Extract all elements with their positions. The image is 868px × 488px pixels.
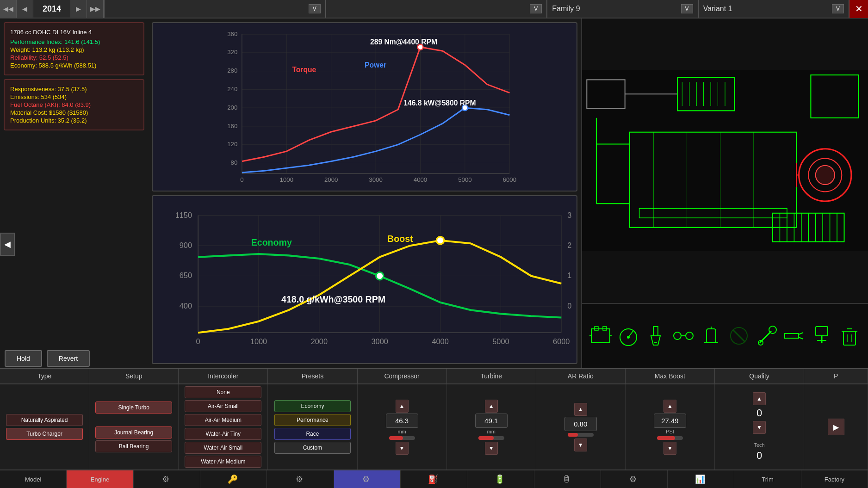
icon-piston[interactable] [808, 317, 836, 354]
intercooler-none[interactable]: None [185, 386, 261, 398]
icon-exhaust[interactable] [781, 317, 808, 354]
svg-text:1150: 1150 [175, 210, 192, 219]
icon-wrench[interactable] [753, 317, 781, 354]
ar-ratio-down-btn[interactable]: ▼ [574, 439, 587, 451]
compressor-slider[interactable] [389, 436, 415, 440]
icon-gauge[interactable] [614, 317, 642, 354]
svg-text:Economy: Economy [251, 237, 292, 247]
intercooler-col: None Air-Air Small Air-Air Medium Water-… [179, 384, 268, 469]
hold-btn[interactable]: Hold [5, 350, 42, 367]
variant-dropdown[interactable]: Variant 1 V [699, 0, 849, 18]
charts-area: 360 320 280 240 200 160 120 80 0 1000 20… [148, 19, 581, 368]
presets-header: Presets [268, 369, 357, 383]
nav-trim[interactable]: Trim [734, 470, 801, 488]
engine-specs-box: 1786 cc DOHC DI 16V Inline 4 Performance… [4, 22, 144, 75]
page-right-btn[interactable]: ▶ [828, 419, 844, 435]
svg-text:320: 320 [227, 49, 237, 56]
weight: Weight: 113.2 kg (113.2 kg) [10, 46, 138, 53]
svg-line-130 [799, 337, 803, 339]
dropdown1[interactable]: V [105, 0, 326, 18]
next-btn[interactable]: ▶ [70, 0, 87, 18]
nav-icon4[interactable]: ⚙ [334, 470, 401, 488]
nav-icon2[interactable]: 🔑 [200, 470, 267, 488]
type-turbo-charger[interactable]: Turbo Charger [6, 428, 83, 440]
svg-text:3000: 3000 [372, 337, 388, 345]
intercooler-water-air-medium[interactable]: Water-Air Medium [185, 456, 261, 468]
next-next-btn[interactable]: ▶▶ [87, 0, 104, 18]
year-nav-group: ◀◀ ◀ 2014 ▶ ▶▶ [0, 0, 105, 18]
nav-icon3[interactable]: ⚙ [267, 470, 334, 488]
max-boost-up-btn[interactable]: ▲ [663, 400, 676, 413]
nav-icon9[interactable]: 📊 [668, 470, 734, 488]
setup-journal-bearing[interactable]: Journal Bearing [95, 426, 172, 439]
max-boost-unit: PSI [666, 429, 674, 434]
svg-text:1000: 1000 [250, 337, 267, 345]
turbine-up-btn[interactable]: ▲ [485, 400, 498, 413]
nav-icon-oil: 🛢 [562, 475, 570, 484]
nav-icon7[interactable]: 🛢 [534, 470, 601, 488]
prev-prev-btn[interactable]: ◀◀ [0, 0, 17, 18]
family-v[interactable]: V [681, 4, 693, 13]
ar-ratio-slider[interactable] [568, 433, 594, 437]
nav-factory[interactable]: Factory [801, 470, 868, 488]
icon-engine-block[interactable] [587, 317, 614, 354]
max-boost-header: Max Boost [626, 369, 715, 383]
nav-icon5[interactable]: ⛽ [401, 470, 467, 488]
dropdown2-v[interactable]: V [530, 4, 542, 13]
intercooler-water-air-tiny[interactable]: Water-Air Tiny [185, 428, 261, 440]
nav-model-label: Model [25, 476, 41, 483]
nav-icon-pistons: ⚙ [162, 474, 169, 484]
compressor-down-btn[interactable]: ▼ [396, 442, 409, 455]
page-nav-col: ▶ [804, 384, 868, 469]
icon-trash[interactable] [836, 317, 863, 354]
preset-race[interactable]: Race [274, 428, 351, 440]
close-btn[interactable]: ✕ [849, 0, 868, 18]
family-dropdown[interactable]: Family 9 V [547, 0, 698, 18]
material-cost: Material Cost: $1580 ($1580) [10, 109, 138, 116]
nav-model[interactable]: Model [0, 470, 67, 488]
variant-v[interactable]: V [832, 4, 844, 13]
intercooler-air-air-medium[interactable]: Air-Air Medium [185, 414, 261, 426]
quality-up-btn[interactable]: ▲ [753, 392, 766, 405]
preset-economy[interactable]: Economy [274, 400, 351, 412]
ar-ratio-up-btn[interactable]: ▲ [574, 403, 587, 416]
compressor-value: 46.3 [386, 414, 418, 428]
svg-text:5000: 5000 [492, 337, 509, 345]
turbine-slider[interactable] [478, 436, 504, 440]
icon-oil[interactable] [697, 317, 725, 354]
icon-crash[interactable] [725, 317, 753, 354]
intercooler-water-air-small[interactable]: Water-Air Small [185, 442, 261, 454]
setup-single-turbo[interactable]: Single Turbo [95, 402, 172, 414]
svg-text:3: 3 [567, 210, 571, 219]
svg-text:Power: Power [365, 61, 386, 69]
svg-line-124 [733, 330, 745, 342]
turbine-down-btn[interactable]: ▼ [485, 442, 498, 455]
max-boost-down-btn[interactable]: ▼ [663, 442, 676, 455]
revert-btn[interactable]: Revert [47, 350, 90, 367]
icon-spark-plug[interactable] [642, 317, 670, 354]
responsiveness: Responsiveness: 37.5 (37.5) [10, 86, 138, 93]
dropdown2[interactable]: V [326, 0, 548, 18]
icon-crank[interactable] [670, 317, 697, 354]
max-boost-slider[interactable] [657, 436, 683, 440]
preset-performance[interactable]: Performance [274, 414, 351, 426]
dropdown1-v[interactable]: V [309, 4, 321, 13]
ar-ratio-header: AR Ratio [536, 369, 626, 383]
engine-specs-title: 1786 cc DOHC DI 16V Inline 4 [10, 29, 138, 36]
quality-down-btn[interactable]: ▼ [753, 421, 766, 434]
nav-icon8[interactable]: ⚙ [601, 470, 668, 488]
svg-point-118 [686, 332, 693, 340]
back-btn[interactable]: ◀ [0, 233, 15, 256]
tech-value: 0 [756, 450, 762, 462]
turbine-value: 49.1 [475, 414, 508, 428]
nav-engine[interactable]: Engine [67, 470, 133, 488]
nav-engine-icon1[interactable]: ⚙ [134, 470, 200, 488]
setup-ball-bearing[interactable]: Ball Bearing [95, 440, 172, 452]
intercooler-air-air-small[interactable]: Air-Air Small [185, 400, 261, 412]
compressor-up-btn[interactable]: ▲ [396, 400, 409, 413]
nav-icon6[interactable]: 🔋 [467, 470, 534, 488]
quality-col: ▲ 0 ▼ Tech 0 [715, 384, 804, 469]
type-naturally-aspirated[interactable]: Naturally Aspirated [6, 414, 83, 426]
prev-btn[interactable]: ◀ [17, 0, 33, 18]
preset-custom[interactable]: Custom [274, 442, 351, 454]
